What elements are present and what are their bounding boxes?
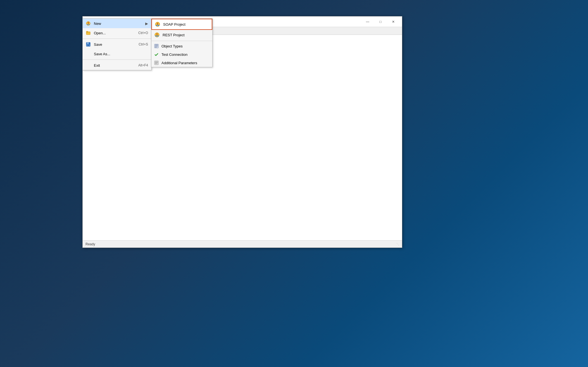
svg-rect-18: [155, 45, 158, 45]
menu-item-open[interactable]: Open... Ctrl+O: [83, 28, 151, 38]
status-grip: ⋱: [396, 243, 399, 246]
object-types-label: Object Types: [161, 44, 183, 48]
status-text: Ready: [85, 242, 95, 246]
new-arrow: ▶: [145, 21, 148, 26]
exit-icon: [85, 62, 92, 69]
rest-project-item[interactable]: REST Project: [151, 30, 212, 40]
open-icon: [85, 30, 92, 36]
svg-rect-6: [86, 31, 88, 32]
window-controls: — □ ✕: [361, 16, 400, 27]
svg-point-16: [157, 35, 159, 37]
test-connection-label: Test Connection: [161, 52, 187, 57]
new-label: New: [94, 21, 143, 26]
separator-1: [83, 39, 151, 39]
additional-parameters-icon: [154, 60, 159, 66]
new-submenu: SOAP Project REST Project Object Types: [151, 18, 213, 67]
svg-rect-20: [155, 47, 157, 47]
soap-project-label: SOAP Project: [163, 22, 185, 27]
submenu-separator: [151, 41, 212, 41]
file-menu-dropdown: New ▶ Open... Ctrl+O Save Ctrl+S: [82, 18, 152, 70]
svg-rect-19: [155, 46, 158, 46]
svg-point-15: [155, 35, 157, 37]
menu-item-save-as[interactable]: Save As...: [83, 49, 151, 59]
save-label: Save: [94, 42, 139, 47]
object-types-item[interactable]: Object Types: [151, 42, 212, 50]
additional-parameters-item[interactable]: Additional Parameters: [151, 59, 212, 67]
rest-project-label: REST Project: [163, 33, 185, 37]
test-connection-item[interactable]: Test Connection: [151, 50, 212, 59]
minimize-button[interactable]: —: [361, 16, 374, 27]
status-bar: Ready ⋱: [83, 240, 402, 248]
svg-rect-24: [155, 63, 157, 64]
save-as-icon: [85, 51, 92, 57]
exit-shortcut: Alt+F4: [138, 63, 148, 67]
separator-2: [83, 59, 151, 60]
menu-item-new[interactable]: New ▶: [83, 19, 151, 28]
additional-parameters-label: Additional Parameters: [161, 61, 197, 65]
svg-point-13: [158, 25, 159, 26]
svg-rect-10: [87, 45, 89, 46]
soap-project-icon: [154, 21, 161, 28]
svg-rect-22: [155, 62, 158, 62]
save-as-label: Save As...: [94, 52, 148, 56]
svg-point-4: [89, 24, 90, 25]
menu-item-save[interactable]: Save Ctrl+S: [83, 40, 151, 49]
close-button[interactable]: ✕: [387, 16, 400, 27]
maximize-button[interactable]: □: [374, 16, 387, 27]
svg-rect-8: [87, 42, 89, 44]
soap-project-item[interactable]: SOAP Project: [151, 19, 212, 30]
svg-point-12: [156, 25, 157, 26]
svg-rect-23: [155, 63, 158, 63]
open-shortcut: Ctrl+O: [138, 31, 148, 35]
test-connection-icon: [154, 52, 159, 57]
open-label: Open...: [94, 31, 138, 35]
save-icon: [85, 41, 92, 48]
svg-point-3: [87, 24, 88, 25]
menu-item-exit[interactable]: Exit Alt+F4: [83, 61, 151, 70]
new-icon: [85, 20, 92, 27]
rest-project-icon: [154, 32, 160, 38]
exit-label: Exit: [94, 63, 138, 68]
object-types-icon: [154, 43, 159, 49]
save-shortcut: Ctrl+S: [139, 42, 148, 46]
